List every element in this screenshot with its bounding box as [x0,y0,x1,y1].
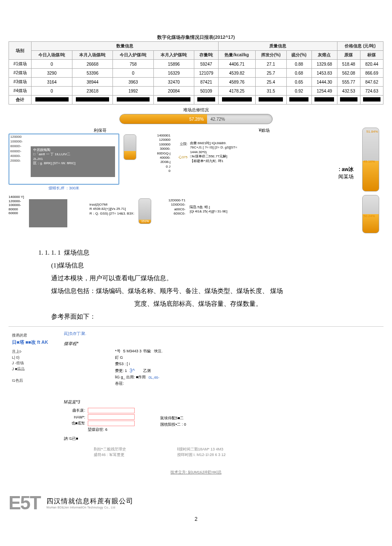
cell: #3煤场 [9,78,32,87]
cell: 758 [113,60,153,69]
haw-input[interactable] [88,414,135,420]
cell: 0 [113,69,153,78]
mini-cyl-label: 151% [139,220,151,224]
val: 0L,46- [148,375,159,380]
lbl: 埉注. [154,349,163,354]
daily-report-table: 场别 数量信息 质量信息 价格信息 (元/吨) 今日入场煤/吨 本月入场煤/吨 … [9,41,383,105]
cell: 16329 [153,69,194,78]
cell: 4539.82 [218,69,255,78]
lbl: 费更: 1 [115,368,127,374]
col: 本月入场煤/吨 [72,51,112,60]
cell: 31.5 [255,87,286,96]
yard2-bar-chart: 140000 Y]120000-100000-8000060000 [9,195,85,229]
cell: 25.4 [255,78,286,87]
cell: 1254.49 [311,87,337,96]
val: 3^ [130,368,135,374]
col: 今日入场煤/吨 [32,51,72,60]
form-reference-screenshot: 搜易的君 日■塔 ■■改 ft AK 且上t-L| 0)J -些场J ■温品I1… [9,331,383,462]
para: 参考界面如下： [38,310,358,323]
cyl2-label: 50.24% [363,214,375,218]
val: S M3443 3 书编: [123,349,152,354]
cell: 1329.68 [311,60,337,69]
table-sum-row: 合计 [9,96,383,105]
breadcrumb: 罠]负存丁:聚. [64,331,383,337]
chart1-left-title: 利保哥 [9,128,119,134]
tech-support-link[interactable]: 技术立升: 刻UM1IiJ冲荭HKl总 [9,470,383,475]
redacted-cell [76,97,109,102]
company-name-en: WuHan BD&Jen InformatiOn Technology Co.,… [46,506,133,509]
cell: 3963 [113,78,153,87]
cell: 820.44 [360,60,383,69]
cell: 38944 [72,78,112,87]
fieldset1-title: 煤举程* [64,341,383,347]
search-label: 搜易的君 [12,333,60,339]
cell: 432.53 [337,87,360,96]
chart-mid-label: 心375 [179,155,187,159]
cell: #4煤场 [9,87,32,96]
meta: 盛符46 : 军茸昱更 [94,452,126,458]
cell: 0.65 [286,78,311,87]
cell: 32470 [153,78,194,87]
fieldset2-title: M花裳*3 [64,399,383,405]
mini-cylinder-1 [124,134,136,160]
table-row: #1煤场02666875815896592474406.7127.10.8813… [9,60,383,69]
redacted-cell [35,97,69,102]
lbl: 曲长废: [64,408,85,413]
colgroup-price: 价格信息 (元/吨) [337,42,383,51]
cell: #1煤场 [9,60,32,69]
cyl-label-top: 51.84% [366,130,378,134]
pipe-rest: 42.72% [207,114,272,124]
length-input[interactable] [88,408,135,413]
col: 挥发分(%) [255,51,286,60]
col: 灰熔点 [311,51,337,60]
report-title: 数字化煤场存集情况日报表(2012^17) [9,34,383,41]
cell: 0 [32,87,72,96]
cell: 121079 [194,69,218,78]
col: 硫分(%) [286,51,311,60]
meta: 剤控*二般残茫理史 [94,447,126,452]
cell: 4589.76 [218,78,255,87]
base-input[interactable] [88,421,135,426]
cell: 3164 [32,78,72,87]
lbl: 鼠埃停配5■二 [160,415,184,421]
lbl: liG g_ 出用: ■作用 [115,375,146,380]
cell: 1444.30 [311,78,337,87]
colgroup-qty: 数量信息 [32,42,218,51]
cell: 4406.71 [218,60,255,69]
lbl: 訥 !1已■ [64,436,78,441]
lbl: 吞荏: [115,381,124,386]
cell: 555.77 [337,78,360,87]
tall-cylinder-2: 50.24% [362,195,379,233]
cell: 23618 [72,87,112,96]
mini-cylinder-2: 151% [138,198,151,224]
cell: 0.68 [286,69,311,78]
col: 存量/吨 [194,51,218,60]
cell: 847.62 [360,78,383,87]
para: 通过本模块，用户可以查看电厂煤场信息。 [38,272,358,285]
meta: ll脮时间二豁18AM* 13 4M3 [177,447,226,452]
cell: 3290 [32,69,72,78]
table-row: #2煤场3290533960163291210794539.8225.70.68… [9,69,383,78]
toolbar-text[interactable]: 日■塔 ■■改 ft AK [12,339,60,346]
cell: 0.88 [286,60,311,69]
cell: #2煤场 [9,69,32,78]
stock-pipe-chart: 57.28% 42.72% [119,114,273,124]
meta: 授咩时固 I. M12-1l-28 6 3 12 [177,452,226,458]
para: 煤场信息包括：煤场编码、煤场名称、顺序号、备注、煤场类型、煤场长度、 煤场 [38,285,358,297]
cell: 518.48 [337,60,360,69]
lbl: 也■底堑 [64,421,85,426]
lbl: 堃煤容世: 6 [88,427,107,433]
val: 乙测 [143,368,151,374]
cyl-label-mid: 49.16% [363,160,375,163]
table-row: #4煤场023618199220084501094178.2531.50.921… [9,87,383,96]
cell: 87421 [194,78,218,87]
chart-left-label: 立院: [180,142,187,146]
tall-cylinder-1: 51.84% 49.16% [362,128,379,192]
col: 本月入炉煤/吨 [153,51,194,60]
company-logo-text: E5T [9,492,40,514]
cell: 25.7 [255,69,286,78]
section-heading: 1. 1. 1. 1 煤场信息 [38,246,358,259]
yard1-bar-chart: 120000100000-8000D-6000D-40000-20000- 中居… [9,134,119,185]
cell: 1453.83 [311,69,337,78]
cell: 0.92 [286,87,311,96]
